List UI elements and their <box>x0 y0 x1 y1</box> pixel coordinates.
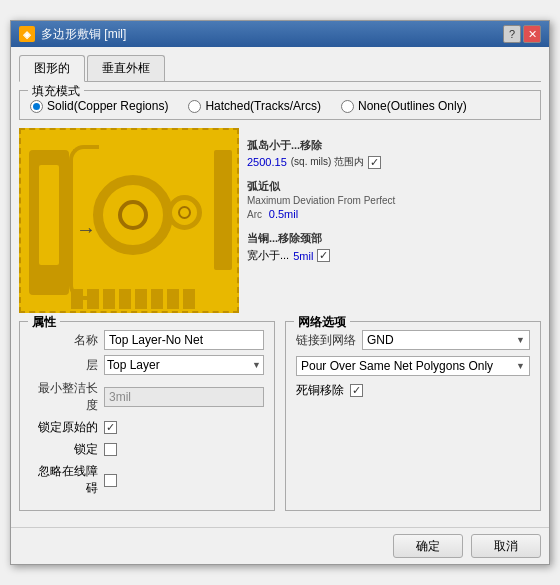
ignore-online-checkbox[interactable] <box>104 474 117 487</box>
island-checkbox[interactable] <box>368 156 381 169</box>
main-window: ◈ 多边形敷铜 [mil] ? ✕ 图形的 垂直外框 填充模式 Solid(Co… <box>10 20 550 565</box>
cancel-button[interactable]: 取消 <box>471 534 541 558</box>
prop-minclean-value: 3mil <box>109 390 131 404</box>
prop-name-row: 名称 Top Layer-No Net <box>30 330 264 350</box>
ignore-online-label: 忽略在线障碍 <box>30 463 98 497</box>
content-area: 图形的 垂直外框 填充模式 Solid(Copper Regions) Hatc… <box>11 47 549 527</box>
prop-name-input[interactable]: Top Layer-No Net <box>104 330 264 350</box>
pcb-tooth-4 <box>119 289 131 309</box>
ok-button[interactable]: 确定 <box>393 534 463 558</box>
pcb-inner-left <box>39 165 59 265</box>
properties-box: 属性 名称 Top Layer-No Net 层 Top Layer ▼ 最小整… <box>19 321 275 511</box>
help-button[interactable]: ? <box>503 25 521 43</box>
prop-name-label: 名称 <box>30 332 98 349</box>
tab-bar: 图形的 垂直外框 <box>19 55 541 82</box>
fill-mode-radio-group: Solid(Copper Regions) Hatched(Tracks/Arc… <box>30 99 530 113</box>
pour-over-value: Pour Over Same Net Polygons Only <box>301 359 493 373</box>
radio-none-circle[interactable] <box>341 100 354 113</box>
dead-copper-row: 死铜移除 <box>296 382 530 399</box>
prop-layer-label: 层 <box>30 357 98 374</box>
tab-graphic[interactable]: 图形的 <box>19 55 85 82</box>
dead-copper-label: 死铜移除 <box>296 382 344 399</box>
prop-name-value: Top Layer-No Net <box>109 333 203 347</box>
lock-checkbox[interactable] <box>104 443 117 456</box>
copper-value: 5mil <box>293 250 313 262</box>
lock-label: 锁定 <box>30 441 98 458</box>
radio-solid-circle[interactable] <box>30 100 43 113</box>
prop-layer-select[interactable]: Top Layer ▼ <box>104 355 264 375</box>
arc-title: 弧近似 <box>247 179 280 194</box>
radio-solid-label: Solid(Copper Regions) <box>47 99 168 113</box>
ignore-online-row: 忽略在线障碍 <box>30 463 264 497</box>
island-value: 2500.15 <box>247 156 287 168</box>
pour-over-dropdown-icon: ▼ <box>516 361 525 371</box>
island-annotation: 孤岛小于...移除 2500.15 (sq. mils) 范围内 <box>247 138 541 169</box>
radio-hatched-circle[interactable] <box>188 100 201 113</box>
pcb-tooth-3 <box>103 289 115 309</box>
radio-hatched-label: Hatched(Tracks/Arcs) <box>205 99 321 113</box>
net-connect-dropdown-icon: ▼ <box>516 335 525 345</box>
pcb-center-circle-inner <box>118 200 148 230</box>
prop-minclean-label: 最小整洁长度 <box>30 380 98 414</box>
pcb-tooth-5 <box>135 289 147 309</box>
fill-mode-legend: 填充模式 <box>28 83 84 100</box>
arc-value: 0.5mil <box>269 208 298 220</box>
window-title: 多边形敷铜 [mil] <box>41 26 126 43</box>
pcb-arrow-icon: → <box>76 218 96 241</box>
layer-dropdown-icon: ▼ <box>252 360 261 370</box>
prop-minclean-input[interactable]: 3mil <box>104 387 264 407</box>
pcb-circle-small-inner <box>178 206 191 219</box>
arc-desc: Maximum Deviation From Perfect Arc 0.5mi… <box>247 194 541 221</box>
radio-solid[interactable]: Solid(Copper Regions) <box>30 99 168 113</box>
prop-layer-value: Top Layer <box>107 358 160 372</box>
pour-over-select[interactable]: Pour Over Same Net Polygons Only ▼ <box>296 356 530 376</box>
properties-legend: 属性 <box>28 314 60 331</box>
pcb-right-rect <box>214 150 232 270</box>
copper-width-label: 宽小于... <box>247 248 289 263</box>
lock-original-label: 锁定原始的 <box>30 419 98 436</box>
island-title: 孤岛小于...移除 <box>247 138 322 153</box>
radio-hatched[interactable]: Hatched(Tracks/Arcs) <box>188 99 321 113</box>
bottom-section: 属性 名称 Top Layer-No Net 层 Top Layer ▼ 最小整… <box>19 321 541 511</box>
island-unit: (sq. mils) 范围内 <box>291 155 364 169</box>
pcb-tooth-1 <box>71 289 83 309</box>
lock-row: 锁定 <box>30 441 264 458</box>
arc-desc-line1: Maximum Deviation From Perfect <box>247 195 395 206</box>
radio-none[interactable]: None(Outlines Only) <box>341 99 467 113</box>
net-connect-row: 链接到网络 GND ▼ <box>296 330 530 350</box>
pcb-tooth-6 <box>151 289 163 309</box>
net-connect-select[interactable]: GND ▼ <box>362 330 530 350</box>
lock-original-checkbox[interactable] <box>104 421 117 434</box>
pcb-preview: → <box>19 128 239 313</box>
annotations-panel: 孤岛小于...移除 2500.15 (sq. mils) 范围内 弧近似 Max… <box>247 128 541 313</box>
middle-section: → 孤岛小于...移除 2500.15 (sq. mils) 范围内 <box>19 128 541 313</box>
tab-vertical-frame[interactable]: 垂直外框 <box>87 55 165 81</box>
fill-mode-section: 填充模式 Solid(Copper Regions) Hatched(Track… <box>19 90 541 120</box>
titlebar: ◈ 多边形敷铜 [mil] ? ✕ <box>11 21 549 47</box>
copper-annotation: 当铜...移除颈部 宽小于... 5mil <box>247 231 541 263</box>
footer: 确定 取消 <box>11 527 549 564</box>
titlebar-buttons: ? ✕ <box>503 25 541 43</box>
lock-original-row: 锁定原始的 <box>30 419 264 436</box>
net-connect-label: 链接到网络 <box>296 332 356 349</box>
app-icon: ◈ <box>19 26 35 42</box>
network-box: 网络选项 链接到网络 GND ▼ Pour Over Same Net Poly… <box>285 321 541 511</box>
dead-copper-checkbox[interactable] <box>350 384 363 397</box>
arc-annotation: 弧近似 Maximum Deviation From Perfect Arc 0… <box>247 179 541 221</box>
pcb-tooth-7 <box>167 289 179 309</box>
prop-layer-row: 层 Top Layer ▼ <box>30 355 264 375</box>
radio-none-label: None(Outlines Only) <box>358 99 467 113</box>
titlebar-left: ◈ 多边形敷铜 [mil] <box>19 26 126 43</box>
copper-title: 当铜...移除颈部 <box>247 232 322 244</box>
network-legend: 网络选项 <box>294 314 350 331</box>
pcb-tooth-2 <box>87 289 99 309</box>
arc-desc-line2: Arc <box>247 209 262 220</box>
net-connect-value: GND <box>367 333 394 347</box>
pcb-tooth-8 <box>183 289 195 309</box>
close-button[interactable]: ✕ <box>523 25 541 43</box>
copper-checkbox[interactable] <box>317 249 330 262</box>
pcb-teeth <box>71 289 195 309</box>
prop-minclean-row: 最小整洁长度 3mil <box>30 380 264 414</box>
